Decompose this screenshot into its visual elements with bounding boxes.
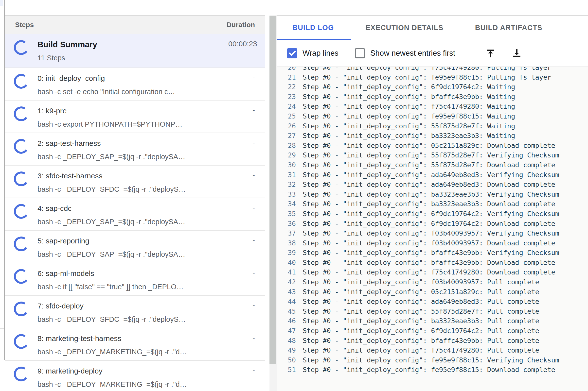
- log-line-number: 23: [277, 92, 296, 102]
- status-cell: [5, 34, 37, 68]
- newest-first-label[interactable]: Show newest entries first: [370, 49, 455, 58]
- log-line-text: Step #0 - "init_deploy_config": 55f875d2…: [303, 150, 559, 160]
- step-main: 1: k9-pre bash -c export PYTHONPATH=$PYT…: [37, 100, 228, 133]
- log-line: 28 Step #0 - "init_deploy_config": 05c21…: [277, 141, 588, 151]
- log-line: 26 Step #0 - "init_deploy_config": 55f87…: [277, 121, 588, 131]
- step-main: 8: marketing-test-harness bash -c _DEPLO…: [37, 328, 228, 360]
- log-line-text: Step #0 - "init_deploy_config": 6f9dc197…: [303, 219, 555, 229]
- log-line: 36 Step #0 - "init_deploy_config": 6f9dc…: [277, 219, 588, 229]
- log-line: 21 Step #0 - "init_deploy_config": fe95e…: [277, 72, 588, 82]
- newest-first-checkbox[interactable]: [355, 48, 365, 58]
- step-duration: -: [228, 100, 265, 133]
- log-line: 22 Step #0 - "init_deploy_config": 6f9dc…: [277, 82, 588, 92]
- step-main: 3: sfdc-test-harness bash -c _DEPLOY_SFD…: [37, 166, 228, 197]
- step-row[interactable]: 5: sap-reporting bash -c _DEPLOY_SAP_=$(…: [5, 231, 265, 263]
- steps-column-header: Steps: [15, 21, 34, 29]
- summary-subtitle: 11 Steps: [37, 53, 228, 63]
- in-progress-spinner-icon: [12, 333, 30, 350]
- step-row[interactable]: 3: sfdc-test-harness bash -c _DEPLOY_SFD…: [5, 166, 265, 198]
- wrap-lines-checkbox[interactable]: [287, 48, 297, 58]
- wrap-lines-label[interactable]: Wrap lines: [303, 49, 339, 58]
- build-summary-row[interactable]: Build Summary 11 Steps 00:00:23: [5, 34, 265, 68]
- log-line-text: Step #0 - "init_deploy_config": 6f9dc197…: [303, 209, 559, 219]
- step-duration: -: [228, 328, 265, 360]
- log-line-text: Step #0 - "init_deploy_config": ba3323ea…: [303, 316, 539, 326]
- log-line-number: 45: [277, 306, 296, 316]
- log-line-number: 42: [277, 277, 296, 287]
- status-cell: [5, 198, 37, 230]
- step-main: 7: sfdc-deploy bash -c _DEPLOY_SFDC_=$(j…: [37, 296, 228, 328]
- scroll-to-top-button[interactable]: [485, 48, 496, 59]
- step-row[interactable]: 2: sap-test-harness bash -c _DEPLOY_SAP_…: [5, 133, 265, 166]
- log-line: 50 Step #0 - "init_deploy_config": fe95e…: [277, 355, 588, 365]
- log-line: 33 Step #0 - "init_deploy_config": ba332…: [277, 190, 588, 199]
- log-line-text: Step #0 - "init_deploy_config": bfaffc43…: [303, 92, 515, 102]
- log-line: 25 Step #0 - "init_deploy_config": fe95e…: [277, 111, 588, 121]
- step-row[interactable]: 4: sap-cdc bash -c _DEPLOY_SAP_=$(jq -r …: [5, 198, 265, 231]
- log-line-number: 40: [277, 258, 296, 268]
- tab-build-artifacts[interactable]: BUILD ARTIFACTS: [459, 16, 558, 40]
- in-progress-spinner-icon: [12, 39, 30, 56]
- log-line: 31 Step #0 - "init_deploy_config": ada64…: [277, 170, 588, 180]
- step-row[interactable]: 8: marketing-test-harness bash -c _DEPLO…: [5, 328, 265, 361]
- tab-execution-details[interactable]: EXECUTION DETAILS: [350, 16, 459, 40]
- log-line: 44 Step #0 - "init_deploy_config": ada64…: [277, 297, 588, 306]
- log-line-number: 20: [277, 67, 296, 72]
- step-main: 5: sap-reporting bash -c _DEPLOY_SAP_=$(…: [37, 231, 228, 263]
- log-line: 37 Step #0 - "init_deploy_config": f03b4…: [277, 228, 588, 238]
- step-row[interactable]: 0: init_deploy_config bash -c set -e ech…: [5, 68, 265, 100]
- log-line-text: Step #0 - "init_deploy_config": bfaffc43…: [303, 258, 555, 268]
- log-line-number: 26: [277, 121, 296, 131]
- steps-panel-header: Steps Duration: [5, 16, 265, 34]
- log-line-number: 37: [277, 228, 296, 238]
- step-title: 8: marketing-test-harness: [37, 333, 228, 344]
- step-row[interactable]: 1: k9-pre bash -c export PYTHONPATH=$PYT…: [5, 100, 265, 133]
- vertical-align-bottom-icon: [511, 48, 522, 59]
- log-line: 40 Step #0 - "init_deploy_config": bfaff…: [277, 258, 588, 268]
- log-line-number: 34: [277, 199, 296, 209]
- steps-scrollbar-thumb[interactable]: [269, 16, 276, 364]
- log-line-number: 51: [277, 365, 296, 375]
- log-line-number: 28: [277, 141, 296, 151]
- log-line: 34 Step #0 - "init_deploy_config": ba332…: [277, 199, 588, 209]
- log-line-text: Step #0 - "init_deploy_config": f75c4174…: [303, 267, 555, 277]
- step-title: 3: sfdc-test-harness: [37, 171, 228, 181]
- log-line: 30 Step #0 - "init_deploy_config": 55f87…: [277, 160, 588, 170]
- step-duration: -: [228, 166, 265, 197]
- step-command: bash -c export PYTHONPATH=$PYTHONP…: [37, 119, 228, 129]
- log-line-text: Step #0 - "init_deploy_config": ada649eb…: [303, 297, 539, 306]
- in-progress-spinner-icon: [12, 365, 30, 383]
- panel-left-divider-tick: [0, 328, 4, 329]
- build-log-panel: BUILD LOG EXECUTION DETAILS BUILD ARTIFA…: [277, 15, 588, 391]
- step-duration: -: [228, 68, 265, 100]
- step-row[interactable]: 6: sap-ml-models bash -c if [[ "false" =…: [5, 263, 265, 296]
- log-line-text: Step #0 - "init_deploy_config": bfaffc43…: [303, 336, 539, 346]
- log-line-number: 48: [277, 336, 296, 346]
- in-progress-spinner-icon: [12, 268, 30, 285]
- tab-build-log[interactable]: BUILD LOG: [277, 16, 350, 40]
- log-line-number: 22: [277, 82, 296, 92]
- scroll-to-bottom-button[interactable]: [511, 48, 522, 59]
- step-main: 4: sap-cdc bash -c _DEPLOY_SAP_=$(jq -r …: [37, 198, 228, 230]
- steps-scrollbar-track: [269, 15, 277, 391]
- summary-main: Build Summary 11 Steps: [37, 34, 228, 68]
- log-line-text: Step #0 - "init_deploy_config": 55f875d2…: [303, 121, 515, 131]
- log-line-number: 46: [277, 316, 296, 326]
- status-cell: [5, 231, 37, 263]
- log-line: 48 Step #0 - "init_deploy_config": bfaff…: [277, 336, 588, 346]
- step-command: bash -c set -e echo "Initial configurati…: [37, 87, 228, 97]
- log-line-number: 44: [277, 297, 296, 306]
- in-progress-spinner-icon: [12, 300, 30, 318]
- step-row[interactable]: 7: sfdc-deploy bash -c _DEPLOY_SFDC_=$(j…: [5, 296, 265, 328]
- step-row[interactable]: 9: marketing-deploy bash -c _DEPLOY_MARK…: [5, 361, 265, 391]
- log-line-number: 50: [277, 355, 296, 365]
- log-line: 35 Step #0 - "init_deploy_config": 6f9dc…: [277, 209, 588, 219]
- in-progress-spinner-icon: [12, 73, 30, 90]
- in-progress-spinner-icon: [12, 235, 30, 253]
- log-line-text: Step #0 - "init_deploy_config": 6f9dc197…: [303, 326, 539, 336]
- step-duration: -: [228, 231, 265, 263]
- log-line-number: 47: [277, 326, 296, 336]
- log-line-text: Step #0 - "init_deploy_config": f03b4009…: [303, 228, 559, 238]
- log-line-text: Step #0 - "init_deploy_config": ada649eb…: [303, 170, 559, 180]
- summary-duration: 00:00:23: [228, 34, 265, 68]
